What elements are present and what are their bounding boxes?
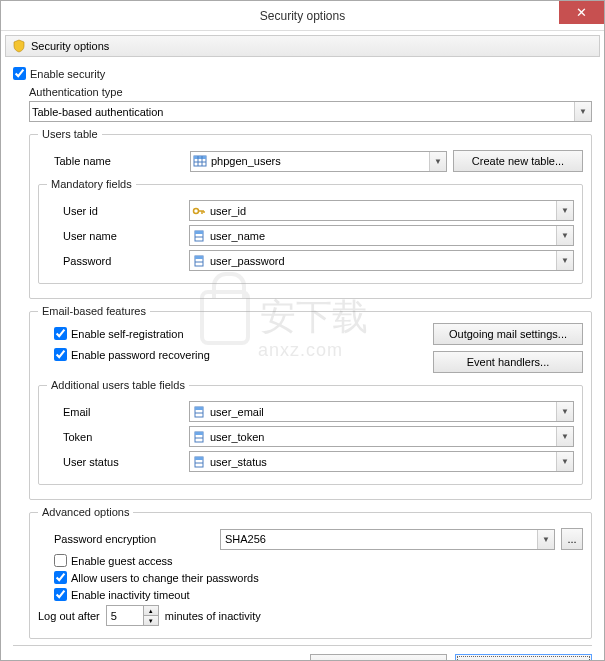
password-recovering-label: Enable password recovering: [71, 349, 210, 361]
inactivity-timeout-label: Enable inactivity timeout: [71, 589, 190, 601]
password-value: user_password: [208, 255, 556, 267]
chevron-down-icon: ▼: [556, 402, 573, 421]
users-table-fieldset: Users table Table name phpgen_users ▼ Cr…: [29, 128, 592, 299]
enable-security-row: Enable security: [13, 67, 592, 80]
window-title: Security options: [260, 9, 345, 23]
logout-after-label: Log out after: [38, 610, 100, 622]
column-icon: [190, 255, 208, 267]
chevron-down-icon: ▼: [429, 152, 446, 171]
user-name-select[interactable]: user_name ▼: [189, 225, 574, 246]
logout-minutes-input[interactable]: [107, 606, 143, 625]
email-label: Email: [63, 406, 183, 418]
chevron-down-icon: ▼: [556, 226, 573, 245]
advanced-options-legend: Advanced options: [38, 506, 133, 518]
create-new-table-button[interactable]: Create new table...: [453, 150, 583, 172]
password-recovering-checkbox[interactable]: [54, 348, 67, 361]
change-passwords-label: Allow users to change their passwords: [71, 572, 259, 584]
additional-fields-legend: Additional users table fields: [47, 379, 189, 391]
spinner-down-icon[interactable]: ▼: [144, 616, 158, 625]
chevron-down-icon: ▼: [556, 427, 573, 446]
email-features-fieldset: Email-based features Enable self-registr…: [29, 305, 592, 500]
additional-fields-fieldset: Additional users table fields Email user…: [38, 379, 583, 485]
user-id-select[interactable]: user_id ▼: [189, 200, 574, 221]
outgoing-mail-button[interactable]: Outgoing mail settings...: [433, 323, 583, 345]
close-button[interactable]: ✕: [559, 1, 604, 24]
email-select[interactable]: user_email ▼: [189, 401, 574, 422]
svg-point-5: [194, 208, 199, 213]
shield-icon: [12, 39, 26, 53]
users-table-legend: Users table: [38, 128, 102, 140]
password-encryption-select[interactable]: SHA256 ▼: [220, 529, 555, 550]
guest-access-checkbox[interactable]: [54, 554, 67, 567]
auth-type-value: Table-based authentication: [30, 106, 574, 118]
logout-minutes-spinner[interactable]: ▲ ▼: [106, 605, 159, 626]
password-label: Password: [63, 255, 183, 267]
chevron-down-icon: ▼: [574, 102, 591, 121]
table-name-label: Table name: [54, 155, 184, 167]
svg-rect-10: [195, 231, 203, 234]
column-icon: [190, 230, 208, 242]
chevron-down-icon: ▼: [556, 452, 573, 471]
password-encryption-label: Password encryption: [54, 533, 214, 545]
password-encryption-value: SHA256: [221, 533, 537, 545]
column-icon: [190, 431, 208, 443]
chevron-down-icon: ▼: [556, 201, 573, 220]
table-name-select[interactable]: phpgen_users ▼: [190, 151, 447, 172]
user-status-value: user_status: [208, 456, 556, 468]
inactivity-timeout-checkbox[interactable]: [54, 588, 67, 601]
svg-rect-1: [194, 156, 206, 159]
password-select[interactable]: user_password ▼: [189, 250, 574, 271]
section-header-label: Security options: [31, 40, 109, 52]
section-header: Security options: [5, 35, 600, 57]
svg-rect-22: [195, 457, 203, 460]
enable-security-checkbox[interactable]: [13, 67, 26, 80]
token-value: user_token: [208, 431, 556, 443]
self-registration-checkbox[interactable]: [54, 327, 67, 340]
token-select[interactable]: user_token ▼: [189, 426, 574, 447]
user-name-label: User name: [63, 230, 183, 242]
user-status-select[interactable]: user_status ▼: [189, 451, 574, 472]
user-id-label: User id: [63, 205, 183, 217]
spinner-up-icon[interactable]: ▲: [144, 606, 158, 616]
logout-suffix-label: minutes of inactivity: [165, 610, 261, 622]
mandatory-fields-legend: Mandatory fields: [47, 178, 136, 190]
token-label: Token: [63, 431, 183, 443]
key-icon: [190, 205, 208, 217]
self-registration-label: Enable self-registration: [71, 328, 184, 340]
table-icon: [191, 155, 209, 167]
email-features-legend: Email-based features: [38, 305, 150, 317]
record-level-security-button[interactable]: Record-level security...: [310, 654, 447, 660]
manage-permissions-button[interactable]: Manage permissions...: [455, 654, 592, 660]
mandatory-fields-fieldset: Mandatory fields User id user_id ▼ User …: [38, 178, 583, 284]
user-status-label: User status: [63, 456, 183, 468]
email-value: user_email: [208, 406, 556, 418]
auth-type-select[interactable]: Table-based authentication ▼: [29, 101, 592, 122]
column-icon: [190, 456, 208, 468]
user-id-value: user_id: [208, 205, 556, 217]
column-icon: [190, 406, 208, 418]
svg-rect-16: [195, 407, 203, 410]
svg-rect-13: [195, 256, 203, 259]
guest-access-label: Enable guest access: [71, 555, 173, 567]
change-passwords-checkbox[interactable]: [54, 571, 67, 584]
event-handlers-button[interactable]: Event handlers...: [433, 351, 583, 373]
password-encryption-more-button[interactable]: ...: [561, 528, 583, 550]
advanced-options-fieldset: Advanced options Password encryption SHA…: [29, 506, 592, 639]
user-name-value: user_name: [208, 230, 556, 242]
auth-type-label: Authentication type: [29, 86, 592, 98]
chevron-down-icon: ▼: [537, 530, 554, 549]
table-name-value: phpgen_users: [209, 155, 429, 167]
titlebar: Security options ✕: [1, 1, 604, 31]
enable-security-label: Enable security: [30, 68, 105, 80]
svg-rect-19: [195, 432, 203, 435]
chevron-down-icon: ▼: [556, 251, 573, 270]
